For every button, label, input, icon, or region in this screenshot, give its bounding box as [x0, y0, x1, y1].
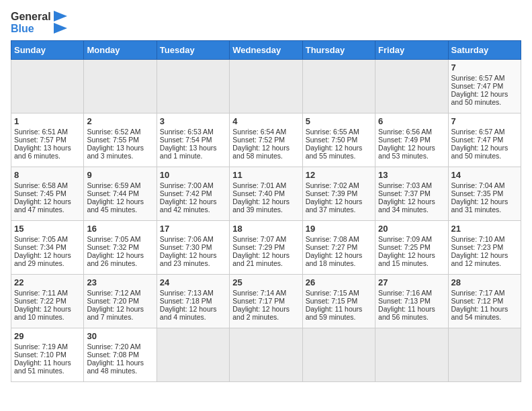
calendar-cell — [11, 60, 84, 113]
calendar-cell: 14Sunrise: 7:04 AMSunset: 7:35 PMDayligh… — [448, 167, 521, 221]
calendar-cell: 5Sunrise: 6:55 AMSunset: 7:50 PMDaylight… — [302, 113, 375, 167]
daylight: Daylight: 11 hours and 54 minutes. — [451, 305, 508, 321]
sunrise: Sunrise: 6:57 AM — [451, 74, 505, 82]
sunset: Sunset: 7:39 PM — [306, 189, 358, 197]
sunrise: Sunrise: 7:16 AM — [378, 289, 432, 297]
svg-marker-1 — [54, 23, 67, 34]
sunrise: Sunrise: 6:58 AM — [14, 181, 68, 189]
calendar-cell — [84, 60, 157, 113]
sunrise: Sunrise: 7:20 AM — [87, 342, 140, 351]
daylight: Daylight: 12 hours and 50 minutes. — [451, 90, 508, 106]
sunrise: Sunrise: 7:08 AM — [306, 235, 359, 243]
day-number: 5 — [306, 116, 372, 126]
day-number: 20 — [378, 224, 445, 234]
calendar-cell: 30Sunrise: 7:20 AMSunset: 7:08 PMDayligh… — [84, 328, 157, 382]
daylight: Daylight: 12 hours and 4 minutes. — [160, 305, 217, 321]
calendar-cell — [302, 60, 375, 113]
svg-marker-0 — [54, 11, 67, 21]
day-number: 9 — [87, 170, 153, 180]
calendar-cell: 28Sunrise: 7:17 AMSunset: 7:12 PMDayligh… — [448, 275, 521, 328]
calendar-cell — [157, 60, 229, 113]
sunset: Sunset: 7:30 PM — [160, 243, 212, 251]
calendar-cell: 15Sunrise: 7:05 AMSunset: 7:34 PMDayligh… — [11, 221, 84, 275]
sunrise: Sunrise: 6:57 AM — [451, 128, 505, 136]
day-number: 25 — [232, 277, 299, 287]
calendar-cell: 19Sunrise: 7:08 AMSunset: 7:27 PMDayligh… — [302, 221, 375, 275]
calendar-cell — [230, 60, 302, 113]
sunset: Sunset: 7:29 PM — [232, 243, 285, 251]
calendar-cell: 21Sunrise: 7:10 AMSunset: 7:23 PMDayligh… — [448, 221, 521, 275]
daylight: Daylight: 12 hours and 31 minutes. — [451, 197, 508, 214]
calendar-cell — [157, 328, 229, 382]
sunset: Sunset: 7:13 PM — [378, 297, 431, 305]
page-header: General Blue — [11, 11, 521, 35]
calendar-cell: 23Sunrise: 7:12 AMSunset: 7:20 PMDayligh… — [84, 275, 157, 328]
daylight: Daylight: 12 hours and 26 minutes. — [87, 251, 144, 267]
daylight: Daylight: 12 hours and 7 minutes. — [87, 305, 144, 321]
sunrise: Sunrise: 7:04 AM — [451, 181, 505, 189]
sunset: Sunset: 7:10 PM — [14, 351, 66, 359]
header-row: SundayMondayTuesdayWednesdayThursdayFrid… — [11, 41, 521, 60]
day-number: 18 — [232, 224, 299, 234]
sunrise: Sunrise: 7:06 AM — [160, 235, 214, 243]
calendar-cell: 7Sunrise: 6:57 AMSunset: 7:47 PMDaylight… — [448, 60, 521, 113]
sunset: Sunset: 7:50 PM — [306, 136, 358, 144]
daylight: Daylight: 12 hours and 39 minutes. — [232, 197, 290, 214]
day-number: 7 — [451, 116, 518, 126]
logo-line1: General — [11, 11, 51, 23]
daylight: Daylight: 12 hours and 2 minutes. — [232, 305, 290, 321]
calendar-cell: 20Sunrise: 7:09 AMSunset: 7:25 PMDayligh… — [375, 221, 448, 275]
calendar-cell: 22Sunrise: 7:11 AMSunset: 7:22 PMDayligh… — [11, 275, 84, 328]
calendar-cell: 24Sunrise: 7:13 AMSunset: 7:18 PMDayligh… — [157, 275, 229, 328]
day-number: 26 — [306, 277, 372, 287]
day-number: 10 — [160, 170, 226, 180]
daylight: Daylight: 12 hours and 45 minutes. — [87, 197, 144, 214]
sunrise: Sunrise: 7:01 AM — [232, 181, 286, 189]
calendar-cell: 12Sunrise: 7:02 AMSunset: 7:39 PMDayligh… — [302, 167, 375, 221]
sunset: Sunset: 7:40 PM — [232, 189, 285, 197]
day-number: 11 — [232, 170, 299, 180]
daylight: Daylight: 12 hours and 29 minutes. — [14, 251, 71, 267]
calendar-cell — [448, 328, 521, 382]
daylight: Daylight: 12 hours and 55 minutes. — [306, 144, 363, 160]
sunrise: Sunrise: 7:00 AM — [160, 181, 214, 189]
daylight: Daylight: 12 hours and 58 minutes. — [232, 144, 290, 160]
sunset: Sunset: 7:34 PM — [14, 243, 66, 251]
sunrise: Sunrise: 6:53 AM — [160, 128, 214, 136]
sunrise: Sunrise: 7:14 AM — [232, 289, 286, 297]
column-header-saturday: Saturday — [448, 41, 521, 60]
sunset: Sunset: 7:27 PM — [306, 243, 358, 251]
column-header-tuesday: Tuesday — [157, 41, 229, 60]
sunset: Sunset: 7:45 PM — [14, 189, 66, 197]
calendar-cell — [375, 328, 448, 382]
calendar-cell — [375, 60, 448, 113]
sunset: Sunset: 7:17 PM — [232, 297, 285, 305]
daylight: Daylight: 12 hours and 34 minutes. — [378, 197, 435, 214]
day-number: 3 — [160, 116, 226, 126]
day-number: 14 — [451, 170, 518, 180]
sunrise: Sunrise: 6:56 AM — [378, 128, 432, 136]
daylight: Daylight: 13 hours and 6 minutes. — [14, 144, 71, 160]
sunset: Sunset: 7:22 PM — [14, 297, 66, 305]
sunrise: Sunrise: 6:54 AM — [232, 128, 286, 136]
day-number: 6 — [378, 116, 445, 126]
day-number: 21 — [451, 224, 518, 234]
sunset: Sunset: 7:08 PM — [87, 351, 139, 359]
sunset: Sunset: 7:15 PM — [306, 297, 358, 305]
sunset: Sunset: 7:52 PM — [232, 136, 285, 144]
sunset: Sunset: 7:25 PM — [378, 243, 431, 251]
day-number: 23 — [87, 277, 153, 287]
day-number: 7 — [451, 62, 518, 73]
sunrise: Sunrise: 7:03 AM — [378, 181, 432, 189]
day-number: 17 — [160, 224, 226, 234]
sunrise: Sunrise: 6:55 AM — [306, 128, 359, 136]
sunset: Sunset: 7:55 PM — [87, 136, 139, 144]
calendar-cell: 6Sunrise: 6:56 AMSunset: 7:49 PMDaylight… — [375, 113, 448, 167]
sunset: Sunset: 7:35 PM — [451, 189, 504, 197]
daylight: Daylight: 12 hours and 18 minutes. — [306, 251, 363, 267]
daylight: Daylight: 12 hours and 37 minutes. — [306, 197, 363, 214]
daylight: Daylight: 12 hours and 21 minutes. — [232, 251, 290, 267]
calendar-cell: 11Sunrise: 7:01 AMSunset: 7:40 PMDayligh… — [230, 167, 302, 221]
sunset: Sunset: 7:12 PM — [451, 297, 504, 305]
daylight: Daylight: 12 hours and 23 minutes. — [160, 251, 217, 267]
